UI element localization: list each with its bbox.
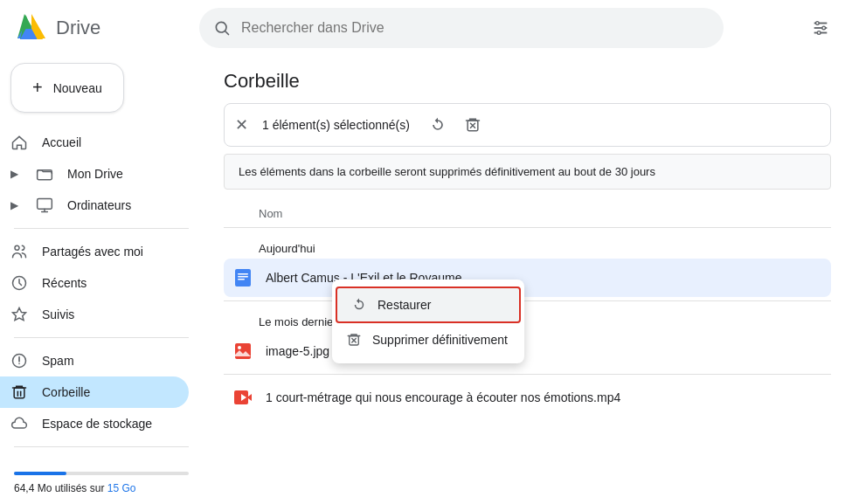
arrow-icon-2: ▶ [10, 199, 18, 211]
file-name-image5: image-5.jpg [266, 344, 329, 358]
sidebar-item-partages[interactable]: Partagés avec moi [0, 236, 189, 267]
sidebar-item-recents[interactable]: Récents [0, 267, 189, 299]
sidebar-item-stockage[interactable]: Espace de stockage [0, 408, 189, 439]
clock-icon [10, 274, 28, 292]
svg-point-13 [816, 22, 820, 25]
sidebar-item-ordinateurs-label: Ordinateurs [67, 198, 131, 212]
doc-file-icon [231, 266, 255, 290]
sidebar-item-suivis-label: Suivis [42, 307, 74, 321]
svg-marker-37 [248, 394, 252, 401]
selection-bar: ✕ 1 élément(s) sélectionné(s) [224, 103, 831, 147]
svg-rect-32 [238, 276, 248, 278]
svg-point-35 [238, 346, 241, 349]
sidebar-item-ordinateurs[interactable]: ▶ Ordinateurs [0, 190, 189, 221]
header-right [803, 10, 838, 45]
info-bar: Les éléments dans la corbeille seront su… [224, 154, 831, 190]
file-row-court-metrage[interactable]: 1 court-métrage qui nous encourage à éco… [224, 378, 831, 417]
drive-logo-icon [14, 10, 49, 45]
sidebar-item-suivis[interactable]: Suivis [0, 299, 189, 330]
list-header: Nom [224, 204, 831, 228]
search-input[interactable] [241, 20, 710, 36]
svg-point-14 [822, 26, 826, 30]
file-row-albert[interactable]: Albert Camus - L'Exil et le Royaume [224, 259, 831, 297]
people-icon [10, 243, 28, 260]
sidebar-item-accueil-label: Accueil [42, 135, 81, 149]
section-label-last-month: Le mois dernier [224, 305, 831, 332]
selection-actions [424, 111, 487, 139]
sidebar-item-mon-drive[interactable]: ▶ Mon Drive [0, 158, 189, 190]
restore-action-icon[interactable] [424, 111, 452, 139]
svg-rect-30 [235, 269, 251, 287]
svg-rect-34 [235, 343, 251, 359]
svg-rect-33 [238, 279, 245, 280]
context-menu-item-supprimer[interactable]: Supprimer définitivement [332, 323, 524, 356]
section-divider-1 [224, 300, 831, 301]
sidebar-item-recents-label: Récents [42, 276, 87, 290]
file-row-image5[interactable]: image-5.jpg [224, 332, 831, 370]
context-menu-supprimer-label: Supprimer définitivement [372, 333, 508, 347]
list-header-name: Nom [259, 207, 282, 220]
context-menu: Restaurer Supprimer définitivement [332, 280, 524, 363]
image-file-icon [231, 339, 255, 363]
storage-info: 64,4 Mo utilisés sur 15 Go [0, 454, 203, 504]
spam-icon [10, 352, 28, 369]
delete-forever-action-icon[interactable] [459, 111, 487, 139]
sidebar-item-stockage-label: Espace de stockage [42, 417, 152, 431]
sidebar: + Nouveau Accueil ▶ Mon Drive [0, 56, 203, 504]
restore-icon [351, 297, 367, 313]
section-label-today: Aujourd'hui [224, 231, 831, 259]
storage-highlight: 15 Go [107, 482, 136, 494]
selection-count: 1 élément(s) sélectionné(s) [262, 118, 410, 132]
storage-text: 64,4 Mo utilisés sur 15 Go [14, 482, 135, 494]
selection-close-button[interactable]: ✕ [235, 115, 248, 135]
home-icon [10, 134, 28, 151]
layout: + Nouveau Accueil ▶ Mon Drive [0, 56, 852, 504]
sidebar-item-accueil[interactable]: Accueil [0, 127, 189, 158]
logo-text: Drive [56, 17, 100, 39]
svg-point-15 [817, 31, 821, 35]
main-content: Corbeille ✕ 1 élément(s) sélectionné(s) [203, 56, 852, 504]
sidebar-divider-1 [14, 228, 189, 229]
context-menu-restaurer-label: Restaurer [378, 298, 431, 312]
svg-point-23 [18, 363, 20, 365]
sidebar-item-corbeille[interactable]: Corbeille [0, 376, 189, 408]
svg-rect-24 [14, 388, 24, 398]
svg-rect-31 [238, 273, 248, 275]
folder-icon [36, 165, 53, 183]
delete-forever-icon [346, 332, 362, 348]
logo-area: Drive [14, 10, 189, 45]
plus-icon: + [32, 78, 43, 98]
svg-point-18 [15, 245, 19, 250]
context-menu-item-restaurer[interactable]: Restaurer [336, 287, 521, 323]
search-bar[interactable] [199, 8, 724, 48]
file-name-court-metrage: 1 court-métrage qui nous encourage à éco… [266, 390, 620, 404]
storage-bar-fill [14, 472, 66, 475]
new-button-label: Nouveau [53, 81, 102, 95]
search-icon [213, 19, 231, 37]
storage-bar [14, 472, 189, 475]
computer-icon [36, 197, 53, 214]
sidebar-divider-2 [14, 337, 189, 338]
cloud-icon [10, 415, 28, 432]
arrow-icon: ▶ [10, 168, 18, 180]
sidebar-item-spam[interactable]: Spam [0, 345, 189, 376]
sidebar-item-partages-label: Partagés avec moi [42, 245, 143, 259]
sidebar-item-corbeille-label: Corbeille [42, 385, 90, 399]
trash-icon [10, 383, 28, 401]
star-icon [10, 306, 28, 323]
new-button[interactable]: + Nouveau [10, 63, 124, 113]
svg-marker-20 [13, 308, 26, 321]
page-title: Corbeille [224, 56, 831, 103]
sidebar-item-spam-label: Spam [42, 354, 74, 368]
sidebar-item-mon-drive-label: Mon Drive [67, 167, 123, 181]
file-divider-2 [224, 374, 831, 375]
video-file-icon [231, 385, 255, 410]
sidebar-divider-3 [14, 446, 189, 447]
svg-line-9 [225, 31, 229, 35]
filter-icon[interactable] [803, 10, 838, 45]
header: Drive [0, 0, 852, 56]
svg-rect-17 [38, 199, 52, 210]
